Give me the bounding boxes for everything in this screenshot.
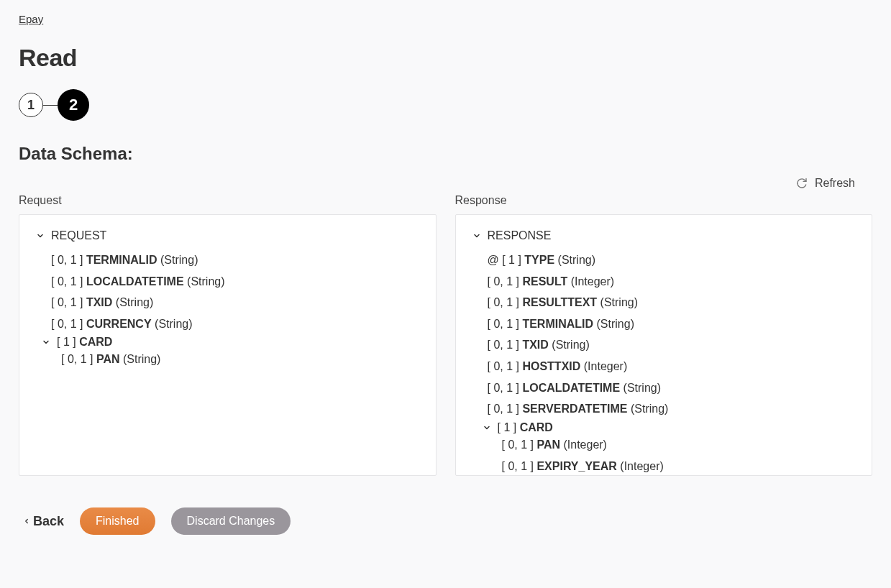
step-1[interactable]: 1 bbox=[19, 93, 43, 117]
chevron-down-icon bbox=[482, 423, 492, 432]
schema-field[interactable]: [ 0, 1 ] PAN (Integer) bbox=[502, 434, 856, 456]
step-connector bbox=[43, 105, 58, 106]
schema-field[interactable]: [ 0, 1 ] SERVERDATETIME (String) bbox=[488, 398, 856, 420]
chevron-left-icon bbox=[23, 516, 30, 526]
schema-field[interactable]: [ 0, 1 ] PAN (String) bbox=[61, 349, 420, 370]
schema-field[interactable]: [ 0, 1 ] EXPIRY_YEAR (Integer) bbox=[502, 456, 856, 476]
chevron-down-icon bbox=[35, 231, 45, 240]
chevron-down-icon bbox=[41, 338, 51, 346]
schema-field[interactable]: [ 0, 1 ] HOSTTXID (Integer) bbox=[488, 356, 856, 377]
schema-field[interactable]: [ 0, 1 ] TXID (String) bbox=[488, 334, 856, 356]
back-label: Back bbox=[33, 514, 64, 529]
finished-button[interactable]: Finished bbox=[80, 507, 155, 535]
discard-changes-button[interactable]: Discard Changes bbox=[171, 507, 291, 535]
request-schema-box: REQUEST [ 0, 1 ] TERMINALID (String) [ 0… bbox=[19, 214, 437, 476]
request-root[interactable]: REQUEST bbox=[35, 229, 420, 242]
refresh-button[interactable]: Refresh bbox=[796, 177, 855, 190]
request-root-label: REQUEST bbox=[51, 229, 106, 242]
schema-field[interactable]: [ 0, 1 ] LOCALDATETIME (String) bbox=[51, 271, 420, 293]
breadcrumb[interactable]: Epay bbox=[19, 13, 43, 25]
stepper: 1 2 bbox=[19, 89, 872, 121]
request-column: Request REQUEST [ 0, 1 ] TERMINALID (Str… bbox=[19, 194, 437, 476]
response-nested-card[interactable]: [ 1 ] CARD bbox=[482, 421, 856, 434]
request-nested-card[interactable]: [ 1 ] CARD bbox=[41, 336, 420, 349]
schema-field[interactable]: [ 0, 1 ] LOCALDATETIME (String) bbox=[488, 377, 856, 399]
schema-field[interactable]: [ 0, 1 ] TERMINALID (String) bbox=[51, 249, 420, 271]
section-title: Data Schema: bbox=[19, 144, 872, 164]
refresh-label: Refresh bbox=[815, 177, 855, 190]
schema-field[interactable]: [ 0, 1 ] RESULTTEXT (String) bbox=[488, 292, 856, 313]
page-title: Read bbox=[19, 44, 872, 72]
response-root-label: RESPONSE bbox=[488, 229, 552, 242]
step-2[interactable]: 2 bbox=[58, 89, 89, 121]
refresh-icon bbox=[796, 178, 808, 189]
response-column: Response RESPONSE @ [ 1 ] TYPE (String) … bbox=[455, 194, 873, 476]
schema-field[interactable]: [ 0, 1 ] CURRENCY (String) bbox=[51, 313, 420, 335]
chevron-down-icon bbox=[472, 231, 482, 240]
schema-field[interactable]: [ 0, 1 ] RESULT (Integer) bbox=[488, 271, 856, 293]
request-label: Request bbox=[19, 194, 437, 207]
schema-field[interactable]: @ [ 1 ] TYPE (String) bbox=[488, 249, 856, 271]
response-root[interactable]: RESPONSE bbox=[472, 229, 856, 242]
schema-field[interactable]: [ 0, 1 ] TERMINALID (String) bbox=[488, 313, 856, 335]
response-schema-box: RESPONSE @ [ 1 ] TYPE (String) [ 0, 1 ] … bbox=[455, 214, 873, 476]
response-label: Response bbox=[455, 194, 873, 207]
back-button[interactable]: Back bbox=[23, 514, 64, 529]
schema-field[interactable]: [ 0, 1 ] TXID (String) bbox=[51, 292, 420, 313]
